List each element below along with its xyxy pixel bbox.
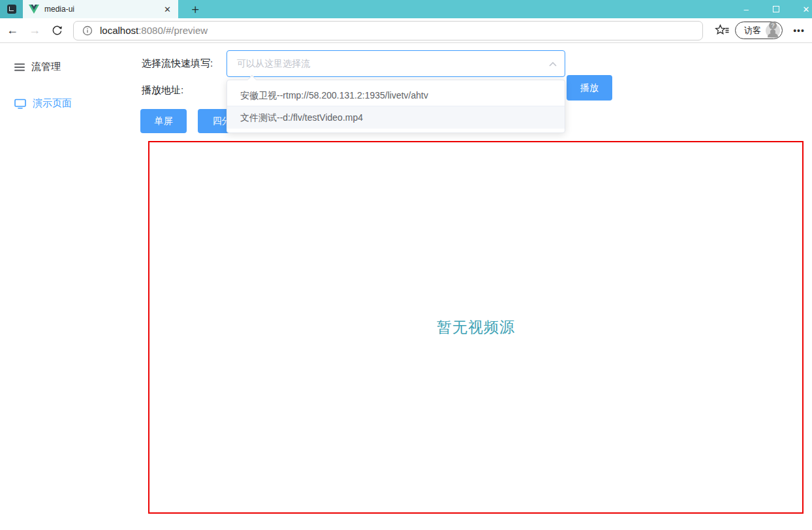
stream-select-placeholder: 可以从这里选择流 [227,51,565,76]
chevron-up-icon [549,62,557,67]
stream-select[interactable]: 可以从这里选择流 [226,50,565,77]
guest-profile-button[interactable]: 访客 ? [735,22,783,39]
forward-button: → [23,20,46,41]
favorites-star-icon [715,24,729,37]
tabs-aside-icon [7,5,16,14]
maximize-button[interactable] [761,0,791,18]
stream-select-dropdown: 安徽卫视--rtmp://58.200.131.2:1935/livetv/ah… [226,80,565,133]
stream-list-icon [14,63,25,72]
url-path: :8080/#/preview [138,25,208,36]
url-host: localhost [100,25,138,36]
more-menu-button[interactable]: ••• [789,25,809,36]
stream-option-anhui-tv[interactable]: 安徽卫视--rtmp://58.200.131.2:1935/livetv/ah… [227,84,565,106]
tab-title: media-ui [44,5,157,14]
browser-titlebar: media-ui ✕ ＋ – ✕ [0,0,812,18]
vue-favicon-icon [29,5,39,14]
monitor-icon [14,99,26,109]
guest-avatar: ? [766,23,780,38]
video-player-area: 暂无视频源 [148,141,804,514]
back-button[interactable]: ← [1,20,23,41]
play-address-label: 播放地址: [142,84,183,97]
sidebar-item-stream-management[interactable]: 流管理 [14,61,61,73]
stream-option-file-test[interactable]: 文件测试--d:/flv/testVideo.mp4 [227,106,565,129]
refresh-button[interactable] [46,20,68,41]
window-close-button[interactable]: ✕ [791,0,812,18]
sidebar-item-demo-page[interactable]: 演示页面 [14,97,72,110]
sidebar-item-label: 流管理 [31,61,61,73]
minimize-button[interactable]: – [731,0,761,18]
single-screen-button[interactable]: 单屏 [140,109,187,133]
browser-tab[interactable]: media-ui ✕ [23,0,178,18]
refresh-icon [52,25,63,36]
set-tabs-aside-button[interactable] [0,0,23,18]
guest-label: 访客 [744,25,761,37]
window-controls: – ✕ [731,0,812,18]
tab-close-icon[interactable]: ✕ [163,5,172,14]
favorites-button[interactable] [712,24,732,37]
maximize-icon [773,6,779,12]
info-icon [82,25,93,36]
sidebar-item-label: 演示页面 [33,97,72,110]
browser-window: media-ui ✕ ＋ – ✕ ← → localhost:8080/#/pr… [0,0,812,530]
select-stream-label: 选择流快速填写: [142,57,213,70]
address-bar[interactable]: localhost:8080/#/preview [73,21,703,40]
question-badge: ? [769,22,777,29]
no-video-source-text: 暂无视频源 [437,317,515,337]
url-text: localhost:8080/#/preview [100,25,208,36]
new-tab-button[interactable]: ＋ [178,0,212,18]
browser-toolbar: ← → localhost:8080/#/preview 访客 [0,18,812,43]
play-button[interactable]: 播放 [567,75,612,101]
